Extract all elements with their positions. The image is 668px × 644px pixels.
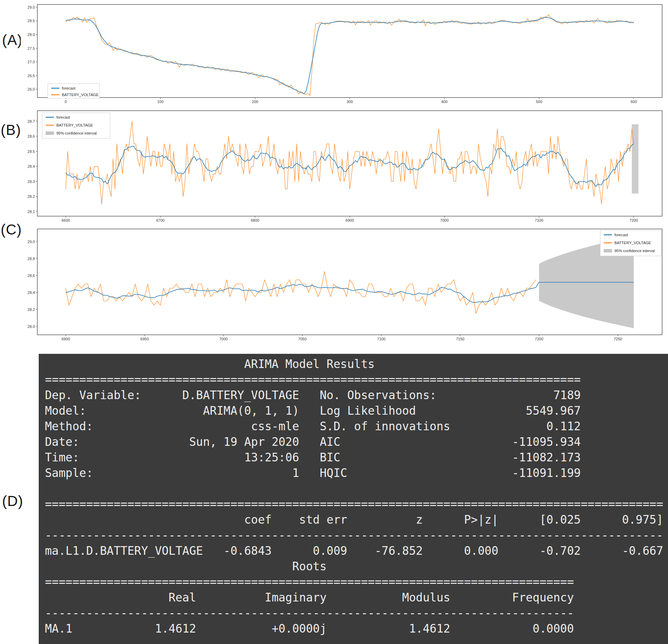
x-tick-label: 7150	[456, 337, 464, 341]
y-tick-label: 29.0	[28, 240, 35, 244]
panel-label-d: (D)	[2, 493, 23, 509]
x-tick-label: 7250	[614, 337, 622, 341]
chart-c-forecast-confidence-cone: 6900695070007050710071507200725028.028.2…	[21, 226, 668, 341]
legend-label: forecast	[614, 233, 628, 237]
x-tick-label: 7050	[298, 337, 306, 341]
confidence-interval-legend-swatch	[604, 249, 612, 252]
legend-label: 95% confidence interval	[56, 131, 97, 135]
y-tick-label: 26.0	[28, 87, 35, 91]
x-tick-label: 6950	[140, 337, 149, 341]
y-tick-label: 27.0	[28, 60, 35, 64]
y-tick-label: 28.6	[28, 134, 35, 138]
panel-label-a: (A)	[2, 32, 22, 48]
confidence-interval-legend-swatch	[46, 131, 54, 135]
y-tick-label: 28.4	[28, 164, 35, 168]
y-tick-label: 29.0	[28, 5, 35, 9]
x-tick-label: 600	[631, 100, 637, 104]
legend-label: BATTERY_VOLTAGE	[56, 123, 93, 127]
panel-label-b: (B)	[1, 122, 21, 138]
y-tick-label: 28.5	[28, 19, 35, 23]
plot-border	[37, 111, 662, 216]
x-tick-label: 0	[65, 100, 67, 104]
legend-label: 95% confidence interval	[614, 249, 655, 253]
legend-label: BATTERY_VOLTAGE	[62, 93, 99, 97]
battery-voltage-series	[66, 121, 634, 204]
legend: forecastBATTERY_VOLTAGE	[48, 84, 100, 98]
legend-label: forecast	[62, 86, 75, 90]
x-tick-label: 6600	[62, 218, 70, 222]
x-tick-label: 6700	[156, 218, 165, 222]
x-tick-label: 6900	[62, 337, 70, 341]
legend: forecastBATTERY_VOLTAGE95% confidence in…	[600, 230, 661, 256]
y-tick-label: 28.8	[28, 257, 35, 261]
x-tick-label: 200	[252, 100, 258, 104]
battery-voltage-series	[66, 271, 536, 313]
y-tick-label: 27.5	[28, 46, 35, 50]
x-tick-label: 500	[536, 100, 542, 104]
y-tick-label: 28.7	[28, 119, 35, 123]
x-tick-label: 6900	[345, 218, 354, 222]
y-tick-label: 28.2	[28, 307, 35, 312]
chart-b-forecast-window: 660067006800690070007100720028.128.228.3…	[21, 107, 668, 223]
legend: forecastBATTERY_VOLTAGE95% confidence in…	[42, 113, 110, 138]
confidence-interval-band	[632, 124, 638, 193]
legend-label: BATTERY_VOLTAGE	[614, 241, 651, 245]
battery-voltage-series	[66, 15, 634, 96]
y-tick-label: 28.2	[28, 194, 35, 199]
panel-label-c: (C)	[1, 221, 22, 238]
x-tick-label: 7100	[535, 218, 543, 222]
x-tick-label: 6800	[251, 218, 259, 222]
y-tick-label: 28.5	[28, 149, 35, 154]
x-tick-label: 300	[346, 100, 353, 104]
x-tick-label: 7200	[535, 337, 543, 341]
arima-results-console: ARIMA Model Results ====================…	[39, 354, 668, 644]
x-tick-label: 7200	[630, 218, 638, 222]
plot-border	[37, 4, 662, 98]
x-tick-label: 7000	[219, 337, 228, 341]
x-tick-label: 7000	[440, 218, 448, 222]
chart-a-forecast-overview: 010020030040050060026.026.527.027.528.02…	[21, 1, 668, 106]
x-tick-label: 7100	[377, 337, 386, 341]
x-tick-label: 100	[157, 100, 164, 104]
y-tick-label: 28.6	[28, 274, 35, 278]
y-tick-label: 28.0	[28, 324, 35, 329]
y-tick-label: 28.4	[28, 291, 35, 295]
legend-label: forecast	[56, 115, 70, 119]
x-tick-label: 400	[441, 100, 447, 104]
y-tick-label: 26.5	[28, 74, 35, 78]
y-tick-label: 28.3	[28, 180, 35, 184]
y-tick-label: 28.1	[28, 210, 35, 214]
y-tick-label: 28.0	[28, 33, 35, 37]
